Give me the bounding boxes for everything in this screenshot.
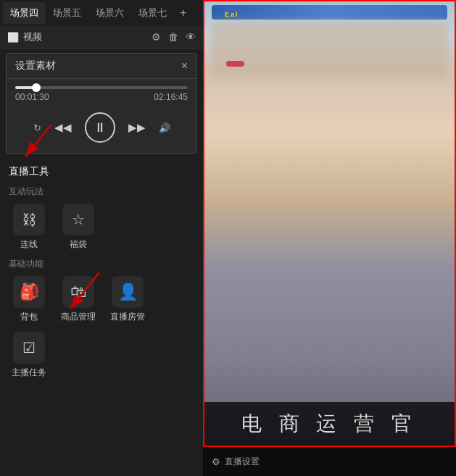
lucky-bag-icon-wrap: ☆: [62, 204, 94, 235]
interactive-subsection-title: 互动玩法: [9, 185, 194, 198]
live-settings-button[interactable]: 直播设置: [225, 456, 260, 468]
hat-text: Eal: [225, 11, 239, 18]
basic-subsection-title: 基础功能: [9, 258, 194, 270]
progress-fill: [15, 86, 36, 89]
face-blur: [210, 22, 449, 80]
current-time: 00:01:30: [15, 92, 49, 102]
controls-row: ↻ ◀◀ ⏸ ▶▶ 🔊: [15, 107, 188, 146]
settings-close-button[interactable]: ×: [181, 59, 188, 72]
tab-scene-5[interactable]: 场景五: [46, 2, 88, 24]
video-visibility-icon[interactable]: 👁: [186, 31, 196, 43]
connect-label: 连线: [20, 238, 38, 251]
play-pause-button[interactable]: ⏸: [85, 112, 115, 143]
connect-icon: ⛓: [22, 212, 36, 228]
live-room-label: 直播房管: [110, 311, 145, 323]
live-room-icon-wrap: 👤: [112, 276, 144, 308]
backpack-icon-wrap: 🎒: [13, 276, 45, 308]
tool-live-room[interactable]: 👤 直播房管: [107, 276, 148, 323]
video-track-name: 视频: [23, 30, 42, 43]
product-mgmt-label: 商品管理: [61, 311, 96, 323]
bottom-bar: ⚙ 直播设置: [203, 447, 456, 476]
volume-button[interactable]: 🔊: [159, 122, 170, 133]
settings-panel: 设置素材 × 00:01:30 02:16:45: [6, 53, 197, 154]
tool-lucky-bag[interactable]: ☆ 福袋: [58, 204, 99, 251]
tool-backpack[interactable]: 🎒 背包: [9, 276, 49, 323]
lips-detail: [226, 61, 244, 67]
tool-anchor-task[interactable]: ☑ 主播任务: [9, 332, 49, 379]
tool-connect[interactable]: ⛓ 连线: [9, 204, 49, 251]
product-mgmt-icon-wrap: 🛍: [62, 276, 94, 308]
lucky-bag-icon: ☆: [72, 211, 85, 228]
settings-title: 设置素材: [15, 59, 56, 72]
video-track-label: ⬜ 视频: [7, 30, 152, 43]
video-row-actions: ⚙ 🗑 👁: [152, 31, 196, 43]
settings-header: 设置素材 ×: [7, 54, 196, 79]
left-panel: 场景四 场景五 场景六 场景七 + ⬜ 视频 ⚙ 🗑 👁 设置素材 ×: [0, 0, 203, 476]
video-track-icon: ⬜: [7, 32, 19, 43]
add-tab-button[interactable]: +: [174, 2, 192, 24]
live-tools-section: 直播工具 互动玩法 ⛓ 连线 ☆ 福袋 基础功能: [0, 158, 203, 476]
video-preview-area: Eal 电 商 运 营 官: [203, 0, 456, 447]
tool-product-mgmt[interactable]: 🛍 商品管理: [58, 276, 99, 323]
watermark-overlay: 电 商 运 营 官: [204, 402, 455, 446]
forward-button[interactable]: ▶▶: [128, 121, 146, 134]
lucky-bag-label: 福袋: [70, 238, 87, 251]
tab-scene-6[interactable]: 场景六: [88, 2, 131, 24]
anchor-task-icon-wrap: ☑: [13, 332, 45, 364]
time-row: 00:01:30 02:16:45: [15, 92, 188, 102]
right-panel: Eal 电 商 运 营 官 ⚙ 直播设置: [203, 0, 456, 476]
tab-scene-7[interactable]: 场景七: [131, 2, 174, 24]
backpack-label: 背包: [20, 311, 38, 323]
video-settings-icon[interactable]: ⚙: [152, 31, 161, 43]
interactive-tools-grid: ⛓ 连线 ☆ 福袋: [9, 204, 194, 251]
loop-button[interactable]: ↻: [33, 122, 41, 133]
product-mgmt-icon: 🛍: [70, 283, 86, 301]
video-delete-icon[interactable]: 🗑: [168, 31, 178, 43]
hat-bar: Eal: [212, 5, 447, 20]
tab-scene-4[interactable]: 场景四: [3, 2, 46, 24]
total-time: 02:16:45: [154, 92, 188, 102]
rewind-button[interactable]: ◀◀: [54, 121, 72, 134]
main-container: 场景四 场景五 场景六 场景七 + ⬜ 视频 ⚙ 🗑 👁 设置素材 ×: [0, 0, 456, 476]
live-room-icon: 👤: [118, 283, 138, 301]
settings-body: 00:01:30 02:16:45 ↻ ◀◀ ⏸: [7, 79, 196, 153]
anchor-task-label: 主播任务: [12, 367, 46, 379]
anchor-task-icon: ☑: [22, 339, 36, 356]
live-tools-title: 直播工具: [9, 165, 194, 178]
video-row: ⬜ 视频 ⚙ 🗑 👁: [0, 26, 203, 49]
progress-thumb: [32, 83, 41, 92]
tabs-bar: 场景四 场景五 场景六 场景七 +: [0, 0, 203, 26]
watermark-text: 电 商 运 营 官: [241, 410, 418, 438]
progress-track[interactable]: [15, 86, 188, 89]
connect-icon-wrap: ⛓: [13, 204, 45, 235]
backpack-icon: 🎒: [20, 283, 39, 301]
live-settings-icon: ⚙: [212, 456, 220, 467]
basic-tools-grid: 🎒 背包 🛍 商品管理 👤 直播房管: [9, 276, 194, 379]
progress-area: 00:01:30 02:16:45: [15, 86, 188, 102]
